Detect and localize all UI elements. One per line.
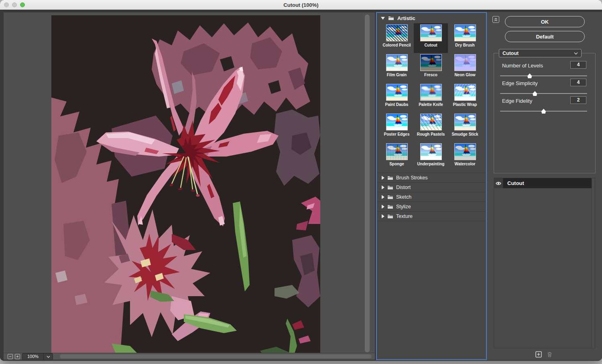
edge-simplicity-slider[interactable] <box>500 91 587 96</box>
filter-thumbnail[interactable]: Rough Pastels <box>414 112 448 142</box>
close-button[interactable] <box>4 2 9 7</box>
filter-category-label: Brush Strokes <box>396 175 428 181</box>
triangle-right-icon <box>382 195 384 199</box>
visibility-toggle[interactable] <box>494 178 503 188</box>
filter-thumbnail[interactable]: Cutout <box>414 23 448 53</box>
filter-thumbnail[interactable]: Dry Brush <box>448 23 482 53</box>
preview-area: − + 100% <box>3 12 375 360</box>
zoom-controls: − + 100% <box>8 354 53 360</box>
zoom-in-button[interactable]: + <box>15 354 20 359</box>
slider-label-number-of-levels: Number of Levels <box>502 63 543 69</box>
filter-thumbnail-image <box>386 143 408 160</box>
new-effect-layer-button[interactable] <box>535 351 542 359</box>
filter-thumbnail-image <box>454 84 476 101</box>
triangle-right-icon <box>382 185 384 189</box>
effect-layer-row[interactable]: Cutout <box>494 178 595 188</box>
minimize-button[interactable] <box>12 2 17 7</box>
filter-thumbnail-image <box>386 114 408 130</box>
folder-icon <box>387 204 393 209</box>
filter-category-label: Texture <box>396 214 413 219</box>
filter-thumbnail-image <box>386 54 408 71</box>
delete-effect-layer-button[interactable] <box>547 351 553 359</box>
filter-thumbnail-label: Film Grain <box>387 73 407 77</box>
preview-vertical-scrollbar[interactable] <box>365 14 370 352</box>
chevron-down-icon <box>574 52 578 55</box>
filter-thumbnail-label: Underpainting <box>417 162 445 166</box>
slider-thumb[interactable] <box>527 73 532 78</box>
filter-thumbnail[interactable]: Sponge <box>380 142 414 172</box>
effect-layer-name: Cutout <box>503 178 592 188</box>
filter-thumbnail[interactable]: Smudge Stick <box>448 112 482 142</box>
filter-thumbnail[interactable]: Fresco <box>414 53 448 83</box>
filter-thumbnail-image <box>454 54 476 71</box>
filter-category[interactable]: Stylize <box>377 201 486 211</box>
filter-category[interactable]: Brush Strokes <box>377 173 486 182</box>
filter-thumbnail[interactable]: Watercolor <box>448 142 482 172</box>
traffic-lights <box>4 2 25 7</box>
filter-thumbnail-image <box>454 24 476 41</box>
filter-thumbnail-image <box>420 143 442 160</box>
number-of-levels-value[interactable]: 4 <box>570 61 586 69</box>
filter-thumbnail-label: Fresco <box>424 73 437 77</box>
folder-icon <box>387 175 393 180</box>
filter-thumbnail-label: Neon Glow <box>454 73 475 77</box>
filter-thumbnail[interactable]: Paint Daubs <box>380 83 414 112</box>
settings-panel: OK Default Cutout Number of Levels 4 Edg… <box>487 12 602 360</box>
zoom-button[interactable] <box>20 2 25 7</box>
slider-label-edge-simplicity: Edge Simplicity <box>502 80 538 86</box>
preview-horizontal-scrollbar[interactable] <box>60 354 372 358</box>
edge-fidelity-value[interactable]: 2 <box>570 96 586 104</box>
triangle-right-icon <box>382 176 384 180</box>
filter-thumbnail-label: Colored Pencil <box>382 43 411 47</box>
filter-thumbnail-label: Paint Daubs <box>385 102 409 107</box>
slider-track <box>500 75 587 76</box>
zoom-chevron-down-icon[interactable] <box>43 354 53 360</box>
filter-thumbnail-label: Plastic Wrap <box>453 102 477 107</box>
edge-fidelity-slider[interactable] <box>500 108 587 114</box>
filter-thumbnail-label: Dry Brush <box>455 43 474 47</box>
filter-thumbnail-image <box>454 143 476 160</box>
filter-category[interactable]: Texture <box>377 211 486 221</box>
filter-thumbnail[interactable]: Underpainting <box>414 142 448 172</box>
zoom-out-button[interactable]: − <box>8 354 13 359</box>
title-bar[interactable]: Cutout (100%) <box>0 0 602 10</box>
folder-icon <box>387 195 393 199</box>
filter-thumbnail[interactable]: Film Grain <box>380 53 414 83</box>
slider-track <box>500 93 587 94</box>
number-of-levels-slider[interactable] <box>500 73 587 78</box>
preview-bottom-bar: − + 100% <box>4 353 375 360</box>
collapse-panel-button[interactable] <box>492 16 499 23</box>
filter-thumbnail-image <box>420 24 442 41</box>
folder-icon <box>387 214 393 219</box>
filter-thumbnail-image <box>420 54 442 71</box>
filter-category-label: Stylize <box>396 204 411 209</box>
ok-button[interactable]: OK <box>505 16 585 27</box>
filter-thumbnail-label: Cutout <box>424 43 437 47</box>
folder-open-icon <box>388 16 394 20</box>
filter-category-artistic[interactable]: Artistic <box>377 13 486 23</box>
filter-thumbnail[interactable]: Plastic Wrap <box>448 83 482 112</box>
preview-image[interactable] <box>51 15 320 353</box>
filter-category[interactable]: Distort <box>377 182 486 192</box>
double-chevron-up-icon <box>493 17 498 22</box>
filter-category-label: Artistic <box>397 15 415 21</box>
slider-thumb[interactable] <box>541 109 546 114</box>
effect-list-scrollbar-lane <box>592 178 595 348</box>
filter-thumbnail-label: Poster Edges <box>384 132 410 136</box>
filter-select-dropdown[interactable]: Cutout <box>499 49 582 57</box>
filter-thumbnail[interactable]: Poster Edges <box>380 112 414 142</box>
zoom-percent-control[interactable]: 100% <box>22 353 53 360</box>
filter-thumbnail[interactable]: Neon Glow <box>448 53 482 83</box>
filter-category[interactable]: Sketch <box>377 192 486 201</box>
filter-thumbnail[interactable]: Palette Knife <box>414 83 448 112</box>
default-button[interactable]: Default <box>505 31 585 42</box>
filter-thumbnail[interactable]: Colored Pencil <box>380 23 414 53</box>
eye-icon <box>496 181 501 185</box>
edge-simplicity-value[interactable]: 4 <box>570 79 586 86</box>
triangle-right-icon <box>382 205 384 209</box>
slider-label-edge-fidelity: Edge Fidelity <box>502 98 532 104</box>
filter-thumbnail-label: Watercolor <box>455 162 476 166</box>
artistic-thumbnail-grid: Colored Pencil Cutout <box>377 23 486 172</box>
zoom-percent-value: 100% <box>22 354 43 360</box>
slider-thumb[interactable] <box>532 91 537 96</box>
